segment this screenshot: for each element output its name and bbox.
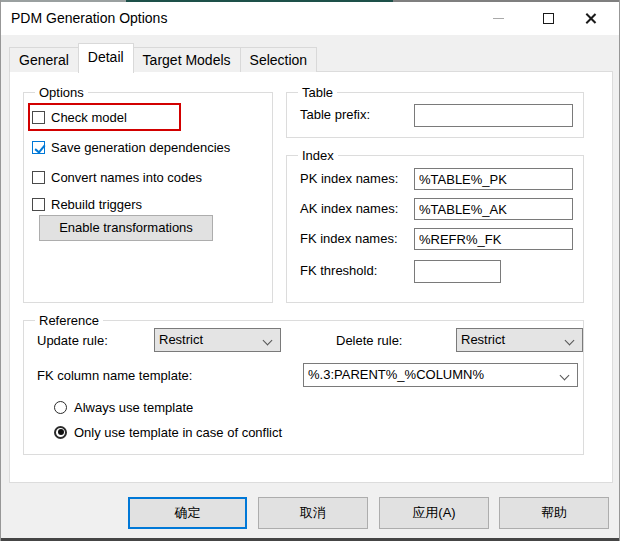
pk-index-input[interactable] (414, 168, 573, 190)
template-conflict-label: Only use template in case of conflict (74, 425, 282, 440)
tab-target-models[interactable]: Target Models (133, 47, 241, 72)
minimize-button[interactable] (476, 2, 521, 35)
table-prefix-label: Table prefix: (300, 107, 370, 122)
index-group: Index PK index names: AK index names: FK… (286, 155, 584, 303)
close-button[interactable] (568, 2, 613, 35)
tab-general[interactable]: General (9, 47, 79, 72)
save-dependencies-label: Save generation dependencies (51, 140, 230, 155)
save-dependencies-checkbox[interactable] (32, 141, 45, 154)
title-bar[interactable]: PDM Generation Options (1, 2, 620, 35)
tab-strip: General Detail Target Models Selection (9, 43, 316, 72)
options-group-title: Options (35, 85, 88, 100)
radio-row-template-conflict[interactable]: Only use template in case of conflict (54, 424, 282, 440)
tab-selection[interactable]: Selection (240, 47, 318, 72)
enable-transformations-button[interactable]: Enable transformations (39, 215, 213, 241)
fk-index-label: FK index names: (300, 231, 398, 246)
ak-index-label: AK index names: (300, 201, 398, 216)
maximize-icon (543, 13, 554, 24)
reference-group-title: Reference (35, 313, 103, 328)
table-group: Table Table prefix: (286, 92, 584, 138)
dialog-window: PDM Generation Options General Detail Ta… (0, 0, 620, 541)
table-group-title: Table (298, 85, 337, 100)
apply-button[interactable]: 应用(A) (379, 497, 489, 529)
help-button[interactable]: 帮助 (499, 497, 609, 529)
update-rule-value: Restrict (159, 332, 203, 347)
chevron-down-icon (565, 336, 575, 346)
ok-button[interactable]: 确定 (128, 497, 247, 529)
update-rule-label: Update rule: (37, 333, 108, 348)
chevron-down-icon (560, 371, 570, 381)
checkbox-row-convert-names[interactable]: Convert names into codes (32, 169, 202, 186)
radio-row-always-template[interactable]: Always use template (54, 399, 193, 415)
cancel-button[interactable]: 取消 (258, 497, 368, 529)
fk-template-value: %.3:PARENT%_%COLUMN% (308, 367, 484, 382)
table-prefix-input[interactable] (414, 104, 573, 127)
fk-index-input[interactable] (414, 228, 573, 250)
minimize-icon (493, 18, 504, 19)
tab-detail[interactable]: Detail (78, 43, 134, 73)
chevron-down-icon (263, 336, 273, 346)
annotation-highlight-rect (28, 103, 181, 131)
fk-threshold-label: FK threshold: (300, 263, 377, 278)
rebuild-triggers-label: Rebuild triggers (51, 197, 142, 212)
fk-template-combobox[interactable]: %.3:PARENT%_%COLUMN% (303, 363, 578, 387)
convert-names-checkbox[interactable] (32, 171, 45, 184)
close-icon (584, 12, 597, 25)
ak-index-input[interactable] (414, 198, 573, 220)
options-group: Options Check model Save generation depe… (23, 92, 273, 303)
index-group-title: Index (298, 148, 338, 163)
always-template-radio[interactable] (54, 401, 67, 414)
pk-index-label: PK index names: (300, 171, 398, 186)
delete-rule-dropdown[interactable]: Restrict (456, 328, 583, 352)
tab-page-detail: Options Check model Save generation depe… (9, 71, 613, 483)
rebuild-triggers-checkbox[interactable] (32, 198, 45, 211)
convert-names-label: Convert names into codes (51, 170, 202, 185)
checkbox-row-rebuild-triggers[interactable]: Rebuild triggers (32, 196, 142, 213)
delete-rule-label: Delete rule: (336, 333, 402, 348)
fk-threshold-input[interactable] (414, 260, 501, 283)
fk-template-label: FK column name template: (37, 368, 192, 383)
update-rule-dropdown[interactable]: Restrict (154, 328, 281, 352)
maximize-button[interactable] (526, 2, 571, 35)
template-conflict-radio[interactable] (54, 426, 67, 439)
checkbox-row-save-dependencies[interactable]: Save generation dependencies (32, 139, 230, 156)
always-template-label: Always use template (74, 400, 193, 415)
window-title: PDM Generation Options (11, 10, 167, 26)
reference-group: Reference Update rule: Restrict Delete r… (23, 320, 584, 455)
delete-rule-value: Restrict (461, 332, 505, 347)
